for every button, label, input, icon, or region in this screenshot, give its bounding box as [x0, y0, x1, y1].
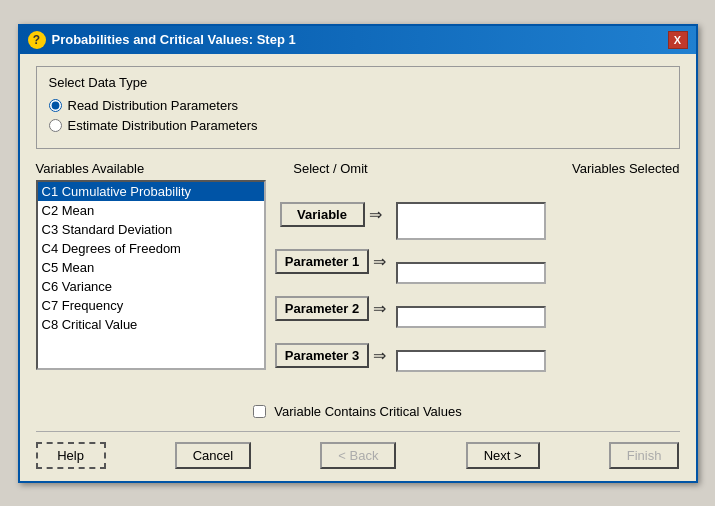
list-item[interactable]: C6 Variance [38, 277, 264, 296]
back-button[interactable]: < Back [320, 442, 396, 469]
radio-estimate-label: Estimate Distribution Parameters [68, 118, 258, 133]
parameter2-button[interactable]: Parameter 2 [275, 296, 369, 321]
title-icon: ? [28, 31, 46, 49]
parameter1-select-row: Parameter 1 ⇒ [275, 249, 386, 274]
variables-column: C1 Cumulative Probability C2 Mean C3 Sta… [36, 180, 266, 394]
list-item[interactable]: C3 Standard Deviation [38, 220, 264, 239]
titlebar: ? Probabilities and Critical Values: Ste… [20, 26, 696, 54]
selected-column [396, 180, 680, 394]
critical-values-checkbox-row[interactable]: Variable Contains Critical Values [36, 404, 680, 419]
variable-button[interactable]: Variable [280, 202, 365, 227]
parameter3-button[interactable]: Parameter 3 [275, 343, 369, 368]
radio-estimate-distribution[interactable]: Estimate Distribution Parameters [49, 118, 667, 133]
list-item[interactable]: C5 Mean [38, 258, 264, 277]
parameter3-selected-input[interactable] [396, 350, 546, 372]
dialog-title: Probabilities and Critical Values: Step … [52, 32, 296, 47]
select-omit-column: Variable ⇒ Parameter 1 ⇒ Parameter 2 ⇒ P… [266, 180, 396, 394]
help-button[interactable]: Help [36, 442, 106, 469]
parameter2-select-row: Parameter 2 ⇒ [275, 296, 386, 321]
parameter3-selected-row [396, 350, 680, 372]
header-variables-available: Variables Available [36, 161, 266, 176]
list-item[interactable]: C8 Critical Value [38, 315, 264, 334]
radio-estimate-input[interactable] [49, 119, 62, 132]
parameter1-button[interactable]: Parameter 1 [275, 249, 369, 274]
radio-read-input[interactable] [49, 99, 62, 112]
header-select-omit: Select / Omit [266, 161, 396, 176]
parameter3-select-row: Parameter 3 ⇒ [275, 343, 386, 368]
finish-button[interactable]: Finish [609, 442, 680, 469]
list-item[interactable]: C4 Degrees of Freedom [38, 239, 264, 258]
variables-listbox[interactable]: C1 Cumulative Probability C2 Mean C3 Sta… [36, 180, 266, 370]
parameter2-selected-input[interactable] [396, 306, 546, 328]
variable-selected-input[interactable] [396, 202, 546, 240]
critical-values-checkbox[interactable] [253, 405, 266, 418]
radio-read-distribution[interactable]: Read Distribution Parameters [49, 98, 667, 113]
column-headers: Variables Available Select / Omit Variab… [36, 161, 680, 176]
select-data-type-group: Select Data Type Read Distribution Param… [36, 66, 680, 149]
close-button[interactable]: X [668, 31, 688, 49]
dialog-window: ? Probabilities and Critical Values: Ste… [18, 24, 698, 483]
arrow-parameter2: ⇒ [373, 299, 386, 318]
list-item[interactable]: C1 Cumulative Probability [38, 182, 264, 201]
header-variables-selected: Variables Selected [396, 161, 680, 176]
arrow-parameter3: ⇒ [373, 346, 386, 365]
main-columns: C1 Cumulative Probability C2 Mean C3 Sta… [36, 180, 680, 394]
variable-select-row: Variable ⇒ [280, 202, 382, 227]
critical-values-label: Variable Contains Critical Values [274, 404, 461, 419]
parameter2-selected-row [396, 306, 680, 328]
radio-read-label: Read Distribution Parameters [68, 98, 239, 113]
arrow-parameter1: ⇒ [373, 252, 386, 271]
next-button[interactable]: Next > [466, 442, 540, 469]
bottom-buttons-bar: Help Cancel < Back Next > Finish [36, 431, 680, 469]
dialog-content: Select Data Type Read Distribution Param… [20, 54, 696, 481]
parameter1-selected-input[interactable] [396, 262, 546, 284]
list-item[interactable]: C2 Mean [38, 201, 264, 220]
group-title: Select Data Type [49, 75, 667, 90]
variable-selected-row [396, 202, 680, 240]
list-item[interactable]: C7 Frequency [38, 296, 264, 315]
parameter1-selected-row [396, 262, 680, 284]
arrow-variable: ⇒ [369, 205, 382, 224]
cancel-button[interactable]: Cancel [175, 442, 251, 469]
